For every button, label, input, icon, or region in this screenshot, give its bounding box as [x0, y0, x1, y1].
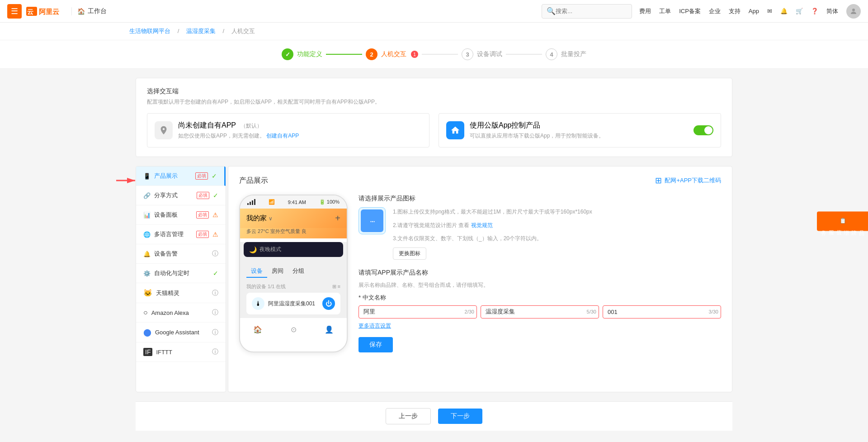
own-app-desc: 如您仅使用公版APP，则无需创建。 创建自有APP: [178, 132, 422, 140]
public-app-icon: [446, 121, 464, 139]
phone-battery: 🔋 100%: [319, 199, 340, 205]
feedback-tab[interactable]: 📋 品牌增值服务: [817, 211, 868, 231]
next-button[interactable]: 下一步: [438, 409, 482, 424]
save-button[interactable]: 保存: [359, 337, 393, 352]
hamburger-icon: ☰: [11, 6, 18, 16]
nav-lang[interactable]: 简体: [826, 7, 838, 15]
step-2-label: 人机交互: [381, 50, 406, 58]
create-own-app-link[interactable]: 创建自有APP: [266, 133, 299, 139]
select-panel-desc: 配置项默认用于您创建的自有APP，如启用公版APP，相关配置可同时用于自有APP…: [147, 98, 721, 106]
nav-enterprise[interactable]: 企业: [709, 7, 721, 15]
search-icon: 🔍: [547, 7, 556, 15]
sidebar-item-device-panel[interactable]: 📊 设备面板 必填 ⚠: [136, 205, 226, 225]
public-app-toggle[interactable]: [693, 125, 713, 135]
own-app-name: 尚未创建自有APP （默认）: [178, 121, 422, 130]
sidebar-item-label-2: 设备面板: [154, 211, 192, 219]
phone-tab-device[interactable]: 设备: [246, 265, 267, 278]
status-info-6: ⓘ: [212, 289, 218, 297]
step-line-1: [326, 54, 362, 55]
qr-code-action[interactable]: ⊞ 配网+APP下载二维码: [655, 176, 721, 185]
icon-upload-area[interactable]: ···: [359, 207, 386, 234]
step-4-circle: 4: [546, 48, 557, 60]
toggle-switch[interactable]: [693, 125, 713, 135]
device-power-btn[interactable]: ⏻: [322, 297, 335, 310]
red-arrow-indicator: [115, 176, 138, 187]
app-name-desc: 展示名称由品牌、名称、型号组合而成，请仔细填写。: [359, 281, 721, 289]
phone-nav-home[interactable]: 🏠: [240, 325, 276, 334]
phone-body: 🌙 夜晚模式 设备 房间 分组 我的设备 1/1 在线 ⊞ ≡: [240, 242, 347, 318]
sidebar-item-automation[interactable]: ⚙️ 自动化与定时 ✓: [136, 264, 226, 283]
step-2-badge: 1: [411, 51, 418, 58]
prev-button[interactable]: 上一步: [386, 408, 431, 424]
status-info-4: ⓘ: [212, 250, 218, 258]
hamburger-button[interactable]: ☰: [7, 4, 22, 19]
breadcrumb-item-3: 人机交互: [231, 28, 255, 34]
breadcrumb-item-1[interactable]: 生活物联网平台: [129, 28, 170, 34]
status-warning-3: ⚠: [212, 231, 218, 238]
required-tag-3: 必填: [196, 231, 209, 238]
device-name: 阿里温湿度采集001: [268, 300, 319, 308]
phone-tab-group[interactable]: 分组: [288, 265, 309, 278]
avatar[interactable]: [846, 4, 861, 19]
nav-ticket[interactable]: 工单: [659, 7, 671, 15]
own-app-info: 尚未创建自有APP （默认） 如您仅使用公版APP，则无需创建。 创建自有APP: [178, 121, 422, 140]
step-3: 3 设备调试: [462, 48, 502, 60]
sidebar-item-tmall[interactable]: 🐱 天猫精灵 ⓘ: [136, 283, 226, 303]
nav-mail[interactable]: ✉: [767, 8, 772, 14]
hint-1: 1.图标上传仅支持png格式，最大不能超过1M，图片尺寸最大于或等于160px*…: [393, 207, 592, 217]
phone-home-title: 我的家 ∨: [246, 214, 273, 223]
step-line-2: [422, 54, 458, 55]
search-input[interactable]: [556, 8, 628, 14]
workbench-button[interactable]: 🏠 工作台: [71, 7, 112, 15]
sidebar-item-google[interactable]: ⬤ Google Assistant ⓘ: [136, 323, 226, 342]
multilang-icon: 🌐: [143, 231, 151, 238]
phone-status-bar: 📶 9:41 AM 🔋 100%: [240, 195, 347, 209]
workbench-label: 工作台: [88, 7, 107, 15]
status-info-7: ⓘ: [212, 309, 218, 317]
body-layout: 📱 产品展示 必填 ✓ 🔗 分享方式 必填 ✓ 📊 设备面板 必填 ⚠ 🌐 多语…: [136, 166, 732, 392]
sidebar-item-share-method[interactable]: 🔗 分享方式 必填 ✓: [136, 186, 226, 205]
name-field-product: 5/30: [481, 305, 599, 318]
phone-tab-room[interactable]: 房间: [267, 265, 288, 278]
phone-nav-discover[interactable]: ⊙: [276, 325, 311, 334]
nav-icp[interactable]: ICP备案: [679, 7, 701, 15]
phone-wifi-icon: 📶: [269, 199, 275, 205]
qr-label: 配网+APP下载二维码: [665, 176, 721, 185]
nav-actions: 费用 工单 ICP备案 企业 支持 App ✉ 🔔 🛒 ❓ 简体: [639, 4, 861, 19]
phone-nav-profile[interactable]: 👤: [311, 325, 347, 334]
nav-bell[interactable]: 🔔: [780, 8, 788, 14]
sidebar-item-label-5: 自动化与定时: [154, 269, 209, 277]
more-lang-link[interactable]: 更多语言设置: [359, 322, 391, 330]
automation-icon: ⚙️: [143, 270, 151, 277]
nav-help[interactable]: ❓: [811, 8, 818, 14]
nav-support[interactable]: 支持: [729, 7, 741, 15]
nav-fee[interactable]: 费用: [639, 7, 651, 15]
nav-cart[interactable]: 🛒: [796, 8, 803, 14]
name-count-brand: 2/30: [465, 309, 474, 314]
name-input-product[interactable]: [481, 305, 599, 318]
visual-spec-link[interactable]: 视觉规范: [471, 222, 493, 228]
search-box[interactable]: 🔍: [542, 4, 632, 19]
change-icon-button[interactable]: 更换图标: [393, 247, 426, 260]
name-input-model[interactable]: [603, 305, 721, 318]
step-2-circle: 2: [366, 48, 377, 60]
phone-device-item: 🌡 阿里温湿度采集001 ⏻: [246, 293, 340, 314]
sidebar-item-alexa[interactable]: ○ Amazon Alexa ⓘ: [136, 303, 226, 323]
breadcrumb-item-2[interactable]: 温湿度采集: [186, 28, 216, 34]
status-info-8: ⓘ: [212, 328, 218, 337]
sidebar-item-multilang[interactable]: 🌐 多语言管理 必填 ⚠: [136, 225, 226, 244]
workbench-icon: 🏠: [77, 8, 85, 15]
name-input-brand[interactable]: [359, 305, 477, 318]
main-content: 选择交互端 配置项默认用于您创建的自有APP，如启用公版APP，相关配置可同时用…: [118, 69, 750, 440]
breadcrumb-sep-1: /: [178, 28, 181, 34]
sidebar-item-label-3: 多语言管理: [154, 230, 192, 238]
right-panel: 产品展示 ⊞ 配网+APP下载二维码: [228, 166, 732, 392]
phone-night-mode: 🌙 夜晚模式: [244, 242, 343, 257]
nav-app[interactable]: App: [749, 8, 759, 14]
step-line-3: [506, 54, 542, 55]
sidebar-item-ifttt[interactable]: IF IFTTT ⓘ: [136, 342, 226, 362]
sidebar-item-device-alert[interactable]: 🔔 设备告警 ⓘ: [136, 244, 226, 264]
breadcrumb: 生活物联网平台 / 温湿度采集 / 人机交互: [0, 23, 868, 40]
sidebar-item-product-display[interactable]: 📱 产品展示 必填 ✓: [136, 166, 226, 186]
required-tag-1: 必填: [197, 192, 209, 199]
